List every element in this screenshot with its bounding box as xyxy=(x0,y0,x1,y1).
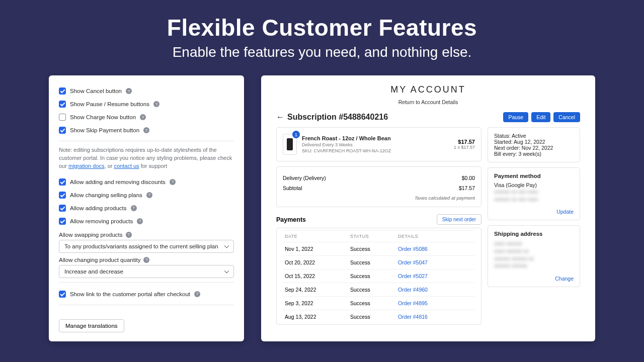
contact-us-link[interactable]: contact us xyxy=(114,163,139,169)
payment-date: Sep 24, 2022 xyxy=(285,287,350,293)
payment-method-title: Payment method xyxy=(494,173,574,179)
settings-panel: Show Cancel button? Show Pause / Resume … xyxy=(49,75,244,341)
order-link[interactable]: Order #5047 xyxy=(398,259,428,265)
checkbox-show-pause[interactable] xyxy=(59,101,66,108)
col-date: DATE xyxy=(285,234,350,239)
totals-box: Delivery (Delivery)$0.00 Subtotal$17.57 … xyxy=(276,166,481,207)
qty-label: Allow changing product quantity xyxy=(59,257,140,263)
subtotal-value: $17.57 xyxy=(459,185,475,191)
help-icon[interactable]: ? xyxy=(131,205,137,211)
payment-update-link[interactable]: Update xyxy=(494,209,574,215)
payment-date: Aug 13, 2022 xyxy=(285,314,350,320)
checkbox-show-skip-payment[interactable] xyxy=(59,127,66,134)
swap-products-label: Allow swapping products xyxy=(59,232,123,238)
delivery-label: Delivery (Delivery) xyxy=(283,175,326,181)
order-link[interactable]: Order #4960 xyxy=(398,287,428,293)
divider xyxy=(59,305,234,305)
product-name: French Roast - 12oz / Whole Bean xyxy=(302,135,449,141)
account-title: MY ACCOUNT xyxy=(276,84,580,95)
help-icon[interactable]: ? xyxy=(194,291,200,297)
help-icon[interactable]: ? xyxy=(146,192,152,198)
payment-status: Success xyxy=(350,314,398,320)
payment-row: Oct 15, 2022SuccessOrder #5027 xyxy=(283,269,475,283)
payment-method-redacted: xxxxxx xx xxx xxxxxxxxxx xx xxx xxxx xyxy=(494,188,574,203)
help-icon[interactable]: ? xyxy=(126,88,132,94)
col-details: DETAILS xyxy=(398,234,473,239)
product-thumbnail: 1 xyxy=(283,134,297,155)
pause-button[interactable]: Pause xyxy=(503,112,528,122)
checkbox-allow-add-products[interactable] xyxy=(59,205,66,212)
order-link[interactable]: Order #4895 xyxy=(398,300,428,306)
label-show-charge-now: Show Charge Now button xyxy=(70,114,136,120)
skip-next-order-button[interactable]: Skip next order xyxy=(437,214,481,225)
help-icon[interactable]: ? xyxy=(143,257,149,263)
return-link[interactable]: Return to Account Details xyxy=(276,99,580,105)
payment-status: Success xyxy=(350,273,398,279)
divider xyxy=(59,282,234,283)
status-box: Status: Active Started: Aug 12, 2022 Nex… xyxy=(488,127,580,162)
status-line: Status: Active xyxy=(494,133,574,139)
checkbox-allow-discounts[interactable] xyxy=(59,178,66,186)
label-allow-discounts: Allow adding and removing discounts xyxy=(70,179,166,185)
shipping-title: Shipping address xyxy=(494,231,574,237)
qty-badge: 1 xyxy=(292,131,300,138)
help-icon[interactable]: ? xyxy=(170,179,176,185)
edit-button[interactable]: Edit xyxy=(531,112,550,122)
col-status: STATUS xyxy=(350,234,398,239)
cancel-button[interactable]: Cancel xyxy=(553,112,580,122)
checkbox-show-portal-link[interactable] xyxy=(59,291,66,298)
checkbox-show-cancel[interactable] xyxy=(59,87,66,95)
payment-status: Success xyxy=(350,259,398,265)
order-link[interactable]: Order #5086 xyxy=(398,246,428,252)
subscription-title: Subscription #5488640216 xyxy=(287,113,388,122)
product-sku: SKU: CVARFRENCH ROAST-WH-NA-12OZ xyxy=(302,148,449,153)
qty-select[interactable]: Increase and decrease xyxy=(59,265,234,278)
swap-products-select[interactable]: To any products/variants assigned to the… xyxy=(59,240,234,253)
payment-status: Success xyxy=(350,300,398,306)
label-show-cancel: Show Cancel button xyxy=(70,88,122,94)
migration-docs-link[interactable]: migration docs xyxy=(68,163,105,169)
product-frequency: Delivered Every 3 Weeks xyxy=(302,142,449,147)
help-icon[interactable]: ? xyxy=(140,114,146,120)
label-show-pause: Show Pause / Resume buttons xyxy=(70,101,149,107)
customer-portal-panel: MY ACCOUNT Return to Account Details ← S… xyxy=(261,75,595,341)
help-icon[interactable]: ? xyxy=(153,101,159,107)
order-link[interactable]: Order #5027 xyxy=(398,273,428,279)
order-link[interactable]: Order #4816 xyxy=(398,314,428,320)
product-box: 1 French Roast - 12oz / Whole Bean Deliv… xyxy=(276,127,481,161)
payment-date: Oct 20, 2022 xyxy=(285,259,350,265)
checkbox-allow-remove-products[interactable] xyxy=(59,218,66,225)
back-arrow-icon[interactable]: ← xyxy=(276,113,284,122)
shipping-change-link[interactable]: Change xyxy=(494,276,574,282)
hero-subtitle: Enable the features you need, and nothin… xyxy=(0,44,644,60)
subtotal-label: Subtotal xyxy=(283,185,302,191)
divider xyxy=(59,141,234,141)
product-qty-price: 1 x $17.57 xyxy=(454,145,475,150)
help-icon[interactable]: ? xyxy=(143,127,149,133)
shipping-redacted: xxxx xxxxxxxxxx xxxxxx xxxxxxxx xxxxxx x… xyxy=(494,240,574,269)
payment-date: Nov 1, 2022 xyxy=(285,246,350,252)
label-allow-add-products: Allow adding products xyxy=(70,205,127,211)
label-show-portal-link: Show link to the customer portal after c… xyxy=(70,291,190,297)
payment-row: Oct 20, 2022SuccessOrder #5047 xyxy=(283,255,475,269)
payment-date: Sep 3, 2022 xyxy=(285,300,350,306)
help-icon[interactable]: ? xyxy=(137,218,143,224)
label-allow-plans: Allow changing selling plans xyxy=(70,192,142,198)
checkbox-allow-plans[interactable] xyxy=(59,192,66,199)
payment-method-line: Visa (Google Pay) xyxy=(494,182,574,188)
tax-note: Taxes calculated at payment xyxy=(283,195,475,201)
checkbox-show-charge-now[interactable] xyxy=(59,114,66,121)
payment-date: Oct 15, 2022 xyxy=(285,273,350,279)
payment-row: Nov 1, 2022SuccessOrder #5086 xyxy=(283,242,475,255)
delivery-value: $0.00 xyxy=(462,175,475,181)
hero-title: Flexible Customer Features xyxy=(0,14,644,41)
manage-translations-button[interactable]: Manage translations xyxy=(59,319,124,332)
payment-status: Success xyxy=(350,287,398,293)
payments-table: DATE STATUS DETAILS Nov 1, 2022SuccessOr… xyxy=(276,228,481,325)
label-show-skip-payment: Show Skip Payment button xyxy=(70,127,139,133)
help-icon[interactable]: ? xyxy=(126,232,132,238)
settings-note: Note: editing subscriptions requires up-… xyxy=(59,146,234,175)
payments-heading: Payments xyxy=(276,216,306,223)
payment-method-box: Payment method Visa (Google Pay) xxxxxx … xyxy=(488,167,580,220)
payment-row: Sep 24, 2022SuccessOrder #4960 xyxy=(283,283,475,296)
